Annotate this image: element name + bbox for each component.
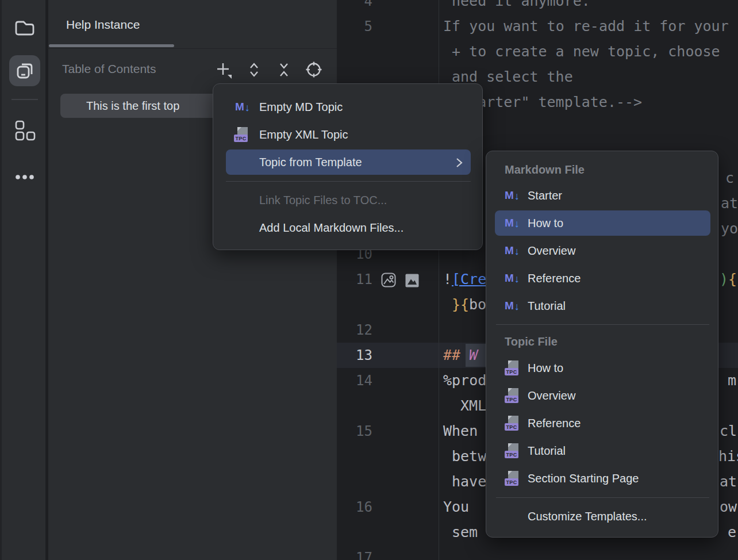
code-link[interactable]: [Cre [452, 267, 486, 292]
submenu-section-header: Markdown File [486, 159, 718, 180]
code-text: ow [720, 494, 737, 520]
plus-icon [214, 60, 233, 79]
code-text: If you want to re-add it for your [443, 14, 729, 39]
topic-template-submenu: Markdown File M↓ Starter M↓ How to M↓ Ov… [486, 151, 718, 538]
menu-item-empty-xml-topic[interactable]: TPC Empty XML Topic [213, 121, 482, 148]
code-text: have [452, 469, 486, 494]
code-text: betw [452, 444, 486, 469]
toc-header-row: Table of Contents [48, 49, 337, 83]
submenu-item-how-to-md[interactable]: M↓ How to [486, 209, 718, 237]
code-text: When [443, 419, 478, 444]
menu-item-label: How to [528, 217, 563, 230]
menu-item-label: Empty MD Topic [259, 101, 343, 114]
menu-item-label: Tutorial [528, 300, 566, 313]
submenu-item-reference-tpc[interactable]: TPC Reference [486, 409, 718, 437]
menu-separator [226, 181, 471, 182]
code-text: his [718, 444, 738, 469]
markdown-file-icon: M↓ [505, 244, 520, 257]
code-text: yo [721, 216, 738, 241]
menu-item-label: Reference [528, 272, 581, 285]
submenu-item-section-starting-page[interactable]: TPC Section Starting Page [486, 465, 718, 492]
line-number: 5 [337, 14, 372, 39]
line-number-active: 13 [337, 343, 372, 368]
code-text: bo [469, 292, 486, 317]
submenu-item-how-to-tpc[interactable]: TPC How to [486, 354, 718, 382]
rail-project-button[interactable] [9, 13, 40, 44]
line-number: 15 [337, 419, 372, 444]
submenu-item-overview-tpc[interactable]: TPC Overview [486, 382, 718, 409]
menu-item-empty-md-topic[interactable]: M↓ Empty MD Topic [213, 93, 482, 121]
toc-tree-item-label: This is the first top [86, 99, 179, 113]
topic-file-icon: TPC [505, 416, 520, 431]
topic-file-icon: TPC [505, 471, 520, 486]
code-text: at [720, 469, 737, 494]
unfold-icon [245, 61, 263, 78]
menu-item-label: Tutorial [528, 444, 566, 458]
line-number: 16 [337, 494, 372, 520]
menu-item-topic-from-template[interactable]: Topic from Template [213, 148, 482, 176]
submenu-item-tutorial-tpc[interactable]: TPC Tutorial [486, 437, 718, 465]
code-text: sem [452, 520, 478, 545]
line-number: 12 [337, 317, 372, 343]
markdown-file-icon: M↓ [235, 101, 250, 113]
collapse-icon [275, 61, 293, 78]
add-topic-context-menu: M↓ Empty MD Topic TPC Empty XML Topic To… [213, 83, 483, 250]
topic-file-icon: TPC [505, 443, 520, 458]
menu-item-label: Starter [528, 189, 562, 202]
markdown-file-icon: M↓ [505, 217, 520, 229]
rail-structure-button[interactable] [9, 115, 40, 146]
code-text: at [721, 191, 738, 216]
more-icon [14, 174, 36, 181]
expand-all-button[interactable] [244, 60, 264, 79]
menu-item-label: Topic from Template [259, 156, 362, 169]
locate-button[interactable] [304, 60, 324, 79]
menu-item-add-local-markdown[interactable]: Add Local Markdown Files... [213, 214, 482, 241]
menu-item-label: Overview [528, 389, 575, 402]
menu-item-label: How to [528, 362, 563, 375]
collapse-all-button[interactable] [274, 60, 294, 79]
tool-window-rail [0, 0, 46, 560]
menu-item-label: Section Starting Page [528, 472, 639, 485]
image-filled-icon[interactable] [405, 274, 419, 287]
submenu-item-starter[interactable]: M↓ Starter [486, 182, 718, 209]
menu-item-label: Link Topic Files to TOC... [259, 194, 387, 207]
rail-instances-button[interactable] [9, 55, 40, 86]
heading-text: W [469, 343, 478, 368]
toc-section-title: Table of Contents [62, 62, 156, 76]
line-number: 11 [337, 267, 372, 292]
tool-window-header: Help Instance [48, 0, 337, 49]
menu-item-label: Reference [528, 417, 581, 430]
image-outline-icon[interactable] [380, 272, 397, 288]
line-number: 4 [337, 0, 372, 14]
code-text: need it anymore. [452, 0, 590, 14]
heading-marker: ## [443, 343, 460, 368]
active-tab-underline [49, 44, 174, 47]
instances-icon [14, 60, 35, 81]
menu-item-label: Overview [528, 244, 575, 258]
submenu-item-tutorial-md[interactable]: M↓ Tutorial [486, 292, 718, 320]
line-number: 17 [337, 545, 372, 560]
submenu-item-reference-md[interactable]: M↓ Reference [486, 264, 718, 292]
line-number: 14 [337, 368, 372, 393]
menu-item-label: Empty XML Topic [259, 128, 348, 141]
code-text: }{ [452, 292, 469, 317]
markdown-file-icon: M↓ [505, 300, 520, 312]
tool-window-title: Help Instance [66, 18, 140, 32]
code-text: You [443, 494, 469, 520]
menu-item-label: Add Local Markdown Files... [259, 221, 403, 235]
code-text: + to create a new topic, choose [452, 39, 720, 64]
menu-separator [496, 324, 709, 325]
folder-icon [14, 18, 36, 38]
submenu-item-customize-templates[interactable]: Customize Templates... [486, 503, 718, 530]
submenu-item-overview-md[interactable]: M↓ Overview [486, 237, 718, 264]
topic-file-icon: TPC [234, 127, 249, 142]
markdown-file-icon: M↓ [505, 272, 520, 285]
code-text: { [728, 267, 737, 292]
rail-more-button[interactable] [9, 162, 40, 193]
code-text: ) [720, 267, 728, 292]
code-text: m [728, 368, 736, 393]
code-text: cl [720, 419, 737, 444]
add-topic-button[interactable] [214, 60, 233, 79]
markdown-file-icon: M↓ [505, 189, 520, 202]
menu-separator [496, 497, 709, 498]
